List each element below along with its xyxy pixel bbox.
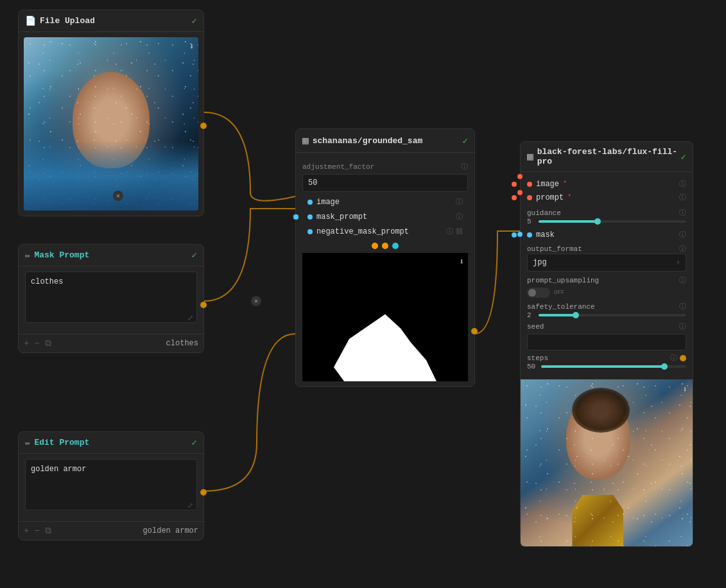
plus2-btn[interactable]: + <box>24 526 29 536</box>
info2-icon: ⓘ <box>456 197 463 207</box>
output-download-btn[interactable]: ⬇ <box>459 257 464 267</box>
plus-btn[interactable]: + <box>24 338 29 349</box>
image-asterisk: * <box>563 180 567 187</box>
mask-output <box>302 253 468 381</box>
steps-port <box>680 355 686 361</box>
flux-prompt-input-port <box>517 190 523 195</box>
flux-guidance-section: guidance ⓘ 5 <box>527 208 686 225</box>
output-download-btn[interactable]: ⬇ <box>682 385 687 395</box>
flux-image-input-port <box>517 174 523 179</box>
sam-check: ✓ <box>463 135 468 146</box>
sam-output-wrapper: ⬇ <box>302 253 468 381</box>
edit-prompt-footer: + − ⧉ golden armor <box>19 521 203 540</box>
flux-image-dot <box>527 182 532 187</box>
file-upload-preview: ⬇ <box>24 37 198 211</box>
flux-image-info: ⓘ <box>679 179 686 189</box>
steps-slider[interactable] <box>541 365 686 368</box>
minus-btn[interactable]: − <box>34 338 39 349</box>
flux-output-wrapper: ⬇ <box>521 379 693 546</box>
mask-prompt-textarea-wrapper: clothes ⤢ <box>25 272 197 326</box>
mask-prompt-textarea[interactable]: clothes <box>25 272 197 323</box>
loading-dot-1 <box>372 243 378 249</box>
guidance-slider[interactable] <box>539 220 686 223</box>
image-label: image <box>316 198 340 207</box>
mask-prompt-dot <box>307 214 313 220</box>
mask-prompt-output-port <box>200 302 207 308</box>
output-format-info: ⓘ <box>679 244 686 254</box>
adjustment-factor-input[interactable]: 50 <box>302 174 468 192</box>
flux-header: ▦ black-forest-labs/flux-fill-pro ✓ <box>521 142 693 172</box>
pencil2-icon: ✏ <box>25 437 30 448</box>
safety-slider[interactable] <box>539 314 686 316</box>
expand2-icon[interactable]: ⤢ <box>187 501 193 510</box>
flux-safety-section: safety_tolerance ⓘ 2 <box>527 302 686 319</box>
neg-mask-connector: negative_mask_prompt ⓘ ⛓ <box>302 224 468 239</box>
mask-prompt-body: clothes ⤢ <box>19 266 203 334</box>
edit-prompt-body: golden armor ⤢ <box>19 454 203 521</box>
file-upload-output-port <box>200 123 207 129</box>
edit-prompt-header: ✏ Edit Prompt ✓ <box>19 432 203 454</box>
file-upload-check: ✓ <box>192 15 197 26</box>
sam-node: ▦ schananas/grounded_sam ✓ adjustment_fa… <box>295 128 475 387</box>
mask-prompt-label: mask_prompt <box>316 212 367 221</box>
edit-prompt-textarea-wrapper: golden armor ⤢ <box>25 459 197 514</box>
copy-btn[interactable]: ⧉ <box>45 338 51 349</box>
mask-prompt-check: ✓ <box>192 250 197 261</box>
flux-prompt-port <box>512 195 517 200</box>
guidance-info: ⓘ <box>679 208 686 218</box>
flux-body: image * ⓘ prompt * ⓘ guidance ⓘ 5 <box>521 172 693 379</box>
file-upload-header: 📄 File Upload ✓ <box>19 10 203 32</box>
output-format-select[interactable]: jpg › <box>527 254 686 272</box>
pencil-icon: ✏ <box>25 250 30 261</box>
flux-image-row: image * ⓘ <box>527 177 686 191</box>
flux-mask-row: mask ⓘ <box>527 228 686 241</box>
flux-title: black-forest-labs/flux-fill-pro <box>537 147 681 166</box>
loading-dot-2 <box>382 243 388 249</box>
replicate-icon: ▦ <box>302 134 309 147</box>
mask-prompt-header: ✏ Mask Prompt ✓ <box>19 245 203 266</box>
info4-icon: ⓘ <box>446 227 453 236</box>
minus2-btn[interactable]: − <box>34 526 39 536</box>
copy2-btn[interactable]: ⧉ <box>45 526 51 536</box>
conn-close-1[interactable]: ✕ <box>113 191 123 201</box>
flux-prompt-row: prompt * ⓘ <box>527 191 686 204</box>
chevron-icon: › <box>676 258 680 267</box>
edit-prompt-title: Edit Prompt <box>34 438 89 447</box>
file-upload-title: File Upload <box>40 16 95 26</box>
flux-output-format-section: output_format ⓘ jpg › <box>527 244 686 272</box>
mask-prompt-connector: mask_prompt ⓘ <box>302 209 468 224</box>
flux-mask-info: ⓘ <box>679 230 686 239</box>
loading-dots-row <box>302 239 468 250</box>
edit-prompt-textarea[interactable]: golden armor <box>25 459 197 510</box>
flux-icon: ▦ <box>527 150 533 163</box>
sam-output-port <box>471 328 478 334</box>
sam-body: adjustment_factor ⓘ 50 image ⓘ mask_prom… <box>296 153 474 386</box>
expand-icon[interactable]: ⤢ <box>187 314 193 322</box>
mask-prompt-node: ✏ Mask Prompt ✓ clothes ⤢ + − ⧉ clothes <box>18 244 204 353</box>
info1-icon: ⓘ <box>461 162 468 171</box>
flux-prompt-info: ⓘ <box>679 193 686 202</box>
flux-image-port <box>512 182 517 187</box>
file-upload-download[interactable]: ⬇ <box>189 41 194 52</box>
upsampling-info: ⓘ <box>679 275 686 285</box>
neg-mask-label: negative_mask_prompt <box>316 227 409 236</box>
safety-label: safety_tolerance <box>527 303 595 311</box>
link-icon[interactable]: ⛓ <box>456 227 463 236</box>
flux-node: ▦ black-forest-labs/flux-fill-pro ✓ imag… <box>520 141 693 547</box>
flux-steps-section: steps ⓘ 50 <box>527 353 686 370</box>
conn-close-2[interactable]: ✕ <box>251 296 261 306</box>
flux-output-image <box>521 379 693 546</box>
steps-label: steps <box>527 354 548 362</box>
portrait-image <box>24 37 198 211</box>
flux-upsampling-section: prompt_upsampling ⓘ OFF <box>527 275 686 298</box>
upsampling-label: prompt_upsampling <box>527 277 599 284</box>
steps-info: ⓘ <box>670 353 677 363</box>
edit-prompt-output-port <box>200 489 207 496</box>
image-connector: image ⓘ <box>302 195 468 209</box>
mask-prompt-footer: + − ⧉ clothes <box>19 334 203 352</box>
mask-shape <box>334 311 436 381</box>
safety-info: ⓘ <box>679 302 686 311</box>
mask-prompt-value: clothes <box>166 339 198 348</box>
upsampling-toggle[interactable]: OFF <box>527 288 686 298</box>
seed-input[interactable] <box>527 334 686 350</box>
